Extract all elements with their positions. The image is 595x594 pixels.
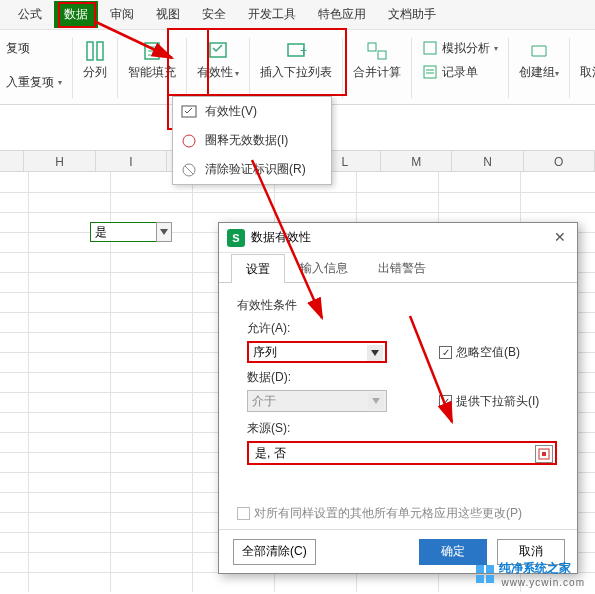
chevron-down-icon: ▾ [555,69,559,78]
tab-input-message[interactable]: 输入信息 [285,253,363,282]
dialog-titlebar[interactable]: S 数据有效性 ✕ [219,223,577,253]
menu-view[interactable]: 视图 [146,1,190,28]
split-column-icon [84,40,106,62]
validity-icon [181,104,197,120]
ribbon-dup-line1[interactable]: 复项 [2,38,34,58]
menu-special[interactable]: 特色应用 [308,1,376,28]
column-header[interactable]: O [524,151,595,171]
dropdown-item-validity[interactable]: 有效性(V) [173,97,331,126]
close-button[interactable]: ✕ [549,227,571,247]
annotation-highlight-menu [58,2,96,28]
checkbox-icon: ✓ [439,346,452,359]
source-value: 是, 否 [255,445,286,462]
validity-dropdown-menu: 有效性(V) 圈释无效数据(I) 清除验证标识圈(R) [172,96,332,185]
provide-dropdown-checkbox[interactable]: ✓ 提供下拉箭头(I) [439,393,539,410]
column-header[interactable]: N [452,151,523,171]
ribbon-split-column[interactable]: 分列 [79,38,111,83]
data-value: 介于 [252,393,276,410]
clear-circles-icon [181,162,197,178]
data-label: 数据(D): [247,369,559,386]
chevron-down-icon [368,393,384,409]
svg-rect-18 [486,575,494,583]
chevron-down-icon [367,345,383,361]
menu-devtools[interactable]: 开发工具 [238,1,306,28]
ribbon-record-form[interactable]: 记录单 [418,62,482,82]
ribbon-dup-line2[interactable]: 入重复项▾ [2,72,66,92]
dropdown-item-clear-circles[interactable]: 清除验证标识圈(R) [173,155,331,184]
dialog-body: 有效性条件 允许(A): 序列 ✓ 忽略空值(B) 数据(D): 介于 ✓ 提供… [219,283,577,532]
allow-label: 允许(A): [247,320,559,337]
chevron-down-icon: ▾ [58,78,62,87]
allow-combobox[interactable]: 序列 [247,341,387,363]
ribbon-consolidate[interactable]: 合并计算 [349,38,405,83]
app-icon: S [227,229,245,247]
consolidate-icon [366,40,388,62]
tab-error-alert[interactable]: 出错警告 [363,253,441,282]
checkbox-icon: ✓ [439,395,452,408]
criteria-heading: 有效性条件 [237,297,559,314]
col-gutter [0,151,24,171]
watermark-brand: 纯净系统之家 [499,560,585,577]
dialog-title: 数据有效性 [251,229,311,246]
watermark-logo-icon [475,564,495,584]
dropdown-item-circle-invalid[interactable]: 圈释无效数据(I) [173,126,331,155]
menu-formula[interactable]: 公式 [8,1,52,28]
svg-rect-7 [378,51,386,59]
column-header[interactable]: M [381,151,452,171]
watermark: 纯净系统之家 www.ycwin.com [475,560,585,588]
dropdown-item-label: 圈释无效数据(I) [205,132,288,149]
annotation-highlight-ribbon [167,28,347,96]
sim-analysis-icon [422,40,438,56]
circle-invalid-icon [181,133,197,149]
active-cell-value: 是 [95,224,107,241]
tab-settings[interactable]: 设置 [231,254,285,283]
allow-value: 序列 [253,344,277,361]
source-label: 来源(S): [247,420,559,437]
svg-rect-16 [486,565,494,573]
ribbon-sim-analysis[interactable]: 模拟分析▾ [418,38,502,58]
smart-fill-icon [141,40,163,62]
ribbon-create-group[interactable]: 创建组▾ [515,38,563,83]
dialog-tabs: 设置 输入信息 出错警告 [219,253,577,283]
create-group-icon [528,40,550,62]
ignore-blank-checkbox[interactable]: ✓ 忽略空值(B) [439,344,520,361]
chevron-down-icon: ▾ [494,44,498,53]
svg-rect-14 [542,452,546,456]
clear-all-button[interactable]: 全部清除(C) [233,539,316,565]
ribbon-ungroup[interactable]: 取消组合▾ [576,38,595,83]
svg-rect-8 [424,42,436,54]
ribbon: 复项 入重复项▾ 分列 智能填充 有效性 ▾ + 插入下拉列表 合并计算 模拟分… [0,30,595,105]
svg-rect-6 [368,43,376,51]
svg-rect-0 [87,42,93,60]
svg-point-11 [183,135,195,147]
checkbox-icon [237,507,250,520]
column-header[interactable]: H [24,151,95,171]
data-combobox: 介于 [247,390,387,412]
source-input[interactable]: 是, 否 [247,441,557,465]
menu-dochelper[interactable]: 文档助手 [378,1,446,28]
svg-rect-17 [476,575,484,583]
apply-all-checkbox: 对所有同样设置的其他所有单元格应用这些更改(P) [237,505,559,522]
watermark-url: www.ycwin.com [501,577,585,588]
menu-review[interactable]: 审阅 [100,1,144,28]
range-picker-icon[interactable] [535,445,553,463]
column-header[interactable]: I [96,151,167,171]
svg-rect-15 [476,565,484,573]
record-form-icon [422,64,438,80]
svg-rect-9 [424,66,436,78]
menu-security[interactable]: 安全 [192,1,236,28]
data-validation-dialog: S 数据有效性 ✕ 设置 输入信息 出错警告 有效性条件 允许(A): 序列 ✓… [218,222,578,574]
dropdown-item-label: 清除验证标识圈(R) [205,161,306,178]
dropdown-item-label: 有效性(V) [205,103,257,120]
cell-dropdown-arrow[interactable] [156,222,172,242]
svg-rect-1 [97,42,103,60]
active-cell[interactable]: 是 [90,222,172,242]
